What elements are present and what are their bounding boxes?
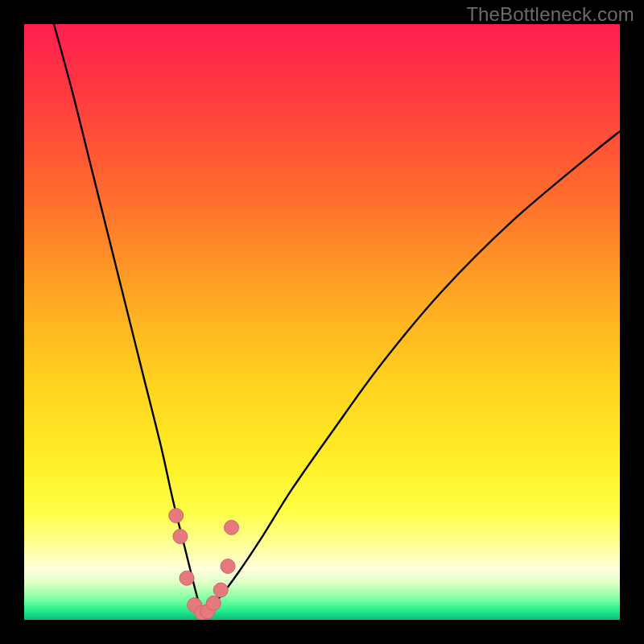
- marker-point: [221, 559, 235, 573]
- bottleneck-curve: [54, 24, 620, 614]
- outer-frame: TheBottleneck.com: [0, 0, 644, 644]
- marker-point: [213, 583, 228, 597]
- chart-svg: [24, 24, 620, 620]
- marker-point: [169, 509, 184, 523]
- watermark-text: TheBottleneck.com: [466, 3, 634, 26]
- plot-area: [24, 24, 620, 620]
- marker-point: [180, 571, 194, 585]
- marker-point: [225, 520, 239, 535]
- marker-point: [173, 529, 188, 543]
- marker-point: [206, 596, 221, 610]
